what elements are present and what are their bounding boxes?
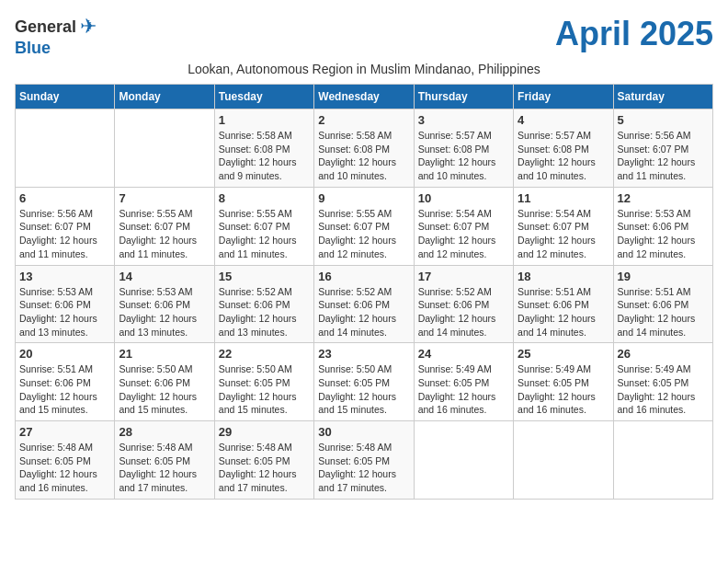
day-number: 22 [219,347,310,361]
calendar-cell: 10Sunrise: 5:54 AM Sunset: 6:07 PM Dayli… [414,187,513,265]
calendar-cell: 25Sunrise: 5:49 AM Sunset: 6:05 PM Dayli… [514,343,613,421]
calendar-cell: 18Sunrise: 5:51 AM Sunset: 6:06 PM Dayli… [514,265,613,343]
day-info: Sunrise: 5:54 AM Sunset: 6:07 PM Dayligh… [418,207,509,261]
header-day: Wednesday [314,85,414,109]
header-row: SundayMondayTuesdayWednesdayThursdayFrid… [16,85,713,109]
calendar-table: SundayMondayTuesdayWednesdayThursdayFrid… [15,84,713,500]
day-number: 13 [19,270,110,283]
calendar-week-row: 6Sunrise: 5:56 AM Sunset: 6:07 PM Daylig… [16,187,713,265]
calendar-cell: 26Sunrise: 5:49 AM Sunset: 6:05 PM Dayli… [613,343,712,421]
day-number: 25 [518,347,609,361]
day-info: Sunrise: 5:50 AM Sunset: 6:06 PM Dayligh… [119,362,210,417]
calendar-body: 1Sunrise: 5:58 AM Sunset: 6:08 PM Daylig… [16,109,713,500]
header-day: Sunday [16,85,115,109]
day-number: 2 [318,113,409,127]
day-info: Sunrise: 5:52 AM Sunset: 6:06 PM Dayligh… [219,285,310,339]
page-header: General ✈ Blue April 2025 [15,15,713,58]
day-info: Sunrise: 5:49 AM Sunset: 6:05 PM Dayligh… [418,362,509,417]
calendar-cell: 13Sunrise: 5:53 AM Sunset: 6:06 PM Dayli… [16,265,115,343]
calendar-cell [414,421,513,500]
day-info: Sunrise: 5:58 AM Sunset: 6:08 PM Dayligh… [318,129,409,183]
day-number: 30 [318,425,409,439]
day-number: 7 [119,191,210,205]
calendar-cell: 8Sunrise: 5:55 AM Sunset: 6:07 PM Daylig… [214,187,313,265]
calendar-cell: 27Sunrise: 5:48 AM Sunset: 6:05 PM Dayli… [16,421,115,500]
day-info: Sunrise: 5:48 AM Sunset: 6:05 PM Dayligh… [119,441,210,495]
calendar-cell: 9Sunrise: 5:55 AM Sunset: 6:07 PM Daylig… [314,187,414,265]
day-number: 14 [119,270,210,283]
day-number: 8 [219,191,310,205]
calendar-week-row: 20Sunrise: 5:51 AM Sunset: 6:06 PM Dayli… [16,343,713,421]
day-number: 11 [518,191,609,205]
logo-blue-text: Blue [15,39,51,58]
day-number: 18 [518,270,609,283]
calendar-week-row: 1Sunrise: 5:58 AM Sunset: 6:08 PM Daylig… [16,109,713,188]
day-info: Sunrise: 5:51 AM Sunset: 6:06 PM Dayligh… [618,285,709,339]
calendar-week-row: 27Sunrise: 5:48 AM Sunset: 6:05 PM Dayli… [16,421,713,500]
day-number: 1 [219,113,310,127]
calendar-cell: 24Sunrise: 5:49 AM Sunset: 6:05 PM Dayli… [414,343,513,421]
day-number: 15 [219,270,310,283]
day-info: Sunrise: 5:49 AM Sunset: 6:05 PM Dayligh… [518,362,609,417]
day-info: Sunrise: 5:53 AM Sunset: 6:06 PM Dayligh… [19,285,110,339]
day-info: Sunrise: 5:54 AM Sunset: 6:07 PM Dayligh… [518,207,609,261]
calendar-cell [16,109,115,188]
day-info: Sunrise: 5:57 AM Sunset: 6:08 PM Dayligh… [518,129,609,183]
calendar-cell [115,109,214,188]
day-info: Sunrise: 5:53 AM Sunset: 6:06 PM Dayligh… [618,207,709,261]
day-info: Sunrise: 5:51 AM Sunset: 6:06 PM Dayligh… [518,285,609,339]
day-info: Sunrise: 5:48 AM Sunset: 6:05 PM Dayligh… [219,441,310,495]
month-title: April 2025 [555,15,713,53]
calendar-cell: 20Sunrise: 5:51 AM Sunset: 6:06 PM Dayli… [16,343,115,421]
day-info: Sunrise: 5:56 AM Sunset: 6:07 PM Dayligh… [618,129,709,183]
day-info: Sunrise: 5:50 AM Sunset: 6:05 PM Dayligh… [219,362,310,417]
header-day: Friday [514,85,613,109]
day-number: 23 [318,347,409,361]
calendar-cell: 23Sunrise: 5:50 AM Sunset: 6:05 PM Dayli… [314,343,414,421]
day-info: Sunrise: 5:49 AM Sunset: 6:05 PM Dayligh… [618,362,709,417]
logo: General ✈ Blue [15,15,97,58]
calendar-cell: 29Sunrise: 5:48 AM Sunset: 6:05 PM Dayli… [214,421,313,500]
day-info: Sunrise: 5:56 AM Sunset: 6:07 PM Dayligh… [19,207,110,261]
header-day: Monday [115,85,214,109]
calendar-cell: 28Sunrise: 5:48 AM Sunset: 6:05 PM Dayli… [115,421,214,500]
calendar-cell: 2Sunrise: 5:58 AM Sunset: 6:08 PM Daylig… [314,109,414,188]
header-day: Thursday [414,85,513,109]
day-info: Sunrise: 5:51 AM Sunset: 6:06 PM Dayligh… [19,362,110,417]
day-number: 6 [19,191,110,205]
calendar-cell: 11Sunrise: 5:54 AM Sunset: 6:07 PM Dayli… [514,187,613,265]
day-info: Sunrise: 5:55 AM Sunset: 6:07 PM Dayligh… [318,207,409,261]
day-number: 20 [19,347,110,361]
calendar-week-row: 13Sunrise: 5:53 AM Sunset: 6:06 PM Dayli… [16,265,713,343]
calendar-header: SundayMondayTuesdayWednesdayThursdayFrid… [16,85,713,109]
day-number: 12 [618,191,709,205]
day-number: 10 [418,191,509,205]
day-info: Sunrise: 5:52 AM Sunset: 6:06 PM Dayligh… [418,285,509,339]
calendar-cell: 3Sunrise: 5:57 AM Sunset: 6:08 PM Daylig… [414,109,513,188]
day-info: Sunrise: 5:53 AM Sunset: 6:06 PM Dayligh… [119,285,210,339]
calendar-cell: 22Sunrise: 5:50 AM Sunset: 6:05 PM Dayli… [214,343,313,421]
calendar-cell: 4Sunrise: 5:57 AM Sunset: 6:08 PM Daylig… [514,109,613,188]
day-number: 21 [119,347,210,361]
logo-bird-icon: ✈ [80,15,97,39]
day-info: Sunrise: 5:48 AM Sunset: 6:05 PM Dayligh… [318,441,409,495]
day-info: Sunrise: 5:52 AM Sunset: 6:06 PM Dayligh… [318,285,409,339]
calendar-cell: 12Sunrise: 5:53 AM Sunset: 6:06 PM Dayli… [613,187,712,265]
day-number: 16 [318,270,409,283]
logo-general-text: General [15,17,76,37]
day-number: 28 [119,425,210,439]
calendar-cell: 19Sunrise: 5:51 AM Sunset: 6:06 PM Dayli… [613,265,712,343]
day-info: Sunrise: 5:58 AM Sunset: 6:08 PM Dayligh… [219,129,310,183]
calendar-cell: 6Sunrise: 5:56 AM Sunset: 6:07 PM Daylig… [16,187,115,265]
day-number: 27 [19,425,110,439]
day-number: 5 [618,113,709,127]
day-number: 4 [518,113,609,127]
day-number: 24 [418,347,509,361]
day-info: Sunrise: 5:55 AM Sunset: 6:07 PM Dayligh… [119,207,210,261]
calendar-cell [613,421,712,500]
calendar-cell: 1Sunrise: 5:58 AM Sunset: 6:08 PM Daylig… [214,109,313,188]
day-info: Sunrise: 5:48 AM Sunset: 6:05 PM Dayligh… [19,441,110,495]
day-info: Sunrise: 5:57 AM Sunset: 6:08 PM Dayligh… [418,129,509,183]
day-number: 17 [418,270,509,283]
day-number: 26 [618,347,709,361]
